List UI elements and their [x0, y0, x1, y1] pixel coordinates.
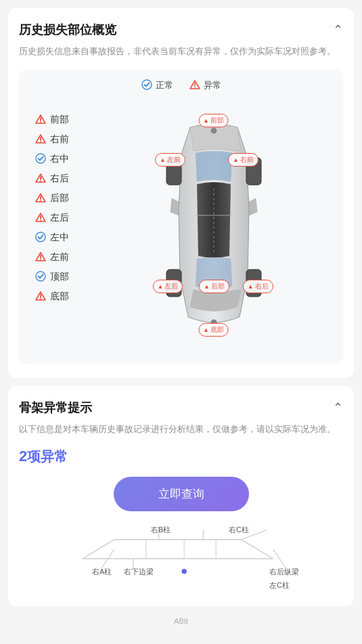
car-svg: ▲前部 ▲左前 ▲右前 ▲左后 ▲后部 ▲右后 [153, 114, 275, 344]
ok-icon [35, 153, 46, 166]
damage-list-item: 前部 [35, 114, 89, 127]
damage-list-item: 左后 [35, 212, 89, 225]
svg-point-27 [40, 298, 41, 299]
frame-label-right-b-pillar: 右B柱 [151, 525, 171, 535]
svg-point-6 [40, 121, 41, 123]
section2-desc: 以下信息是对本车辆历史事故记录进行分析结果，仅做参考，请以实际车况为准。 [19, 423, 343, 437]
frame-label-right-a-pillar: 右A柱 [92, 567, 112, 577]
svg-point-3 [194, 87, 196, 88]
warning-icon [35, 192, 46, 205]
warning-icon [35, 133, 46, 146]
damage-item-label: 右前 [50, 133, 69, 146]
damage-item-label: 前部 [50, 114, 69, 126]
warning-icon-legend [189, 79, 200, 92]
damage-item-label: 顶部 [50, 271, 69, 283]
warning-icon [35, 114, 46, 127]
car-badge-rear: ▲后部 [199, 280, 229, 293]
svg-point-23 [40, 259, 41, 260]
svg-point-9 [40, 141, 41, 142]
damage-list-item: 后部 [35, 192, 89, 205]
damage-item-label: 右后 [50, 173, 69, 185]
car-image-area: ▲前部 ▲左前 ▲右前 ▲左后 ▲后部 ▲右后 [100, 114, 327, 344]
damage-list-item: 左前 [35, 251, 89, 264]
svg-line-49 [273, 549, 286, 568]
damage-item-label: 左前 [50, 251, 69, 263]
car-badge-left-front: ▲左前 [155, 153, 185, 167]
damage-list-item: 底部 [35, 291, 89, 303]
legend-abnormal: 异常 [189, 79, 221, 92]
section1-desc: 历史损失信息来自事故报告，非代表当前车况有异常，仅作为实际车况对照参考。 [19, 45, 343, 59]
damage-list: 前部右前右中右后后部左后左中左前顶部底部 [35, 114, 89, 344]
section1-collapse-icon[interactable]: ⌃ [333, 22, 343, 37]
abnormal-label: 项异常 [27, 449, 68, 464]
svg-line-39 [242, 539, 273, 558]
frame-label-left-c-pillar: 左C柱 [269, 580, 290, 591]
car-badge-left-rear: ▲左后 [153, 280, 183, 293]
damage-list-item: 右后 [35, 173, 89, 186]
car-badge-right-rear: ▲右后 [243, 280, 273, 293]
warning-icon [35, 212, 46, 225]
warning-icon [35, 291, 46, 303]
section2-title: 骨架异常提示 [19, 400, 92, 416]
abnormal-number: 2 [19, 448, 27, 465]
car-badge-front: ▲前部 [198, 114, 229, 127]
ok-icon [35, 271, 46, 284]
skeleton-section-card: 骨架异常提示 ⌃ 以下信息是对本车辆历史事故记录进行分析结果，仅做参考，请以实际… [8, 386, 354, 606]
section1-title: 历史损失部位概览 [19, 22, 116, 38]
svg-point-13 [40, 180, 41, 181]
damage-list-item: 右前 [35, 133, 89, 146]
svg-point-16 [40, 200, 41, 201]
damage-item-label: 左中 [50, 232, 69, 244]
damage-list-item: 右中 [35, 153, 89, 166]
normal-icon [141, 79, 152, 92]
damage-item-label: 底部 [50, 291, 69, 303]
svg-point-19 [40, 219, 41, 221]
query-button[interactable]: 立即查询 [114, 477, 249, 511]
frame-diagram: 右下边梁 右C柱 右A柱 右B柱 右后纵梁 左C柱 [19, 525, 343, 593]
damage-list-item: 左中 [35, 232, 89, 244]
car-diagram-wrapper: 前部右前右中右后后部左后左中左前顶部底部 [27, 103, 335, 355]
damage-item-label: 右中 [50, 153, 69, 165]
legend-normal: 正常 [141, 79, 173, 92]
frame-label-right-bottom-beam: 右下边梁 [124, 567, 154, 577]
bottom-bar: ABIt [0, 614, 362, 628]
section2-header: 骨架异常提示 ⌃ [19, 400, 343, 416]
svg-point-43 [181, 569, 187, 574]
damage-item-label: 后部 [50, 192, 69, 205]
section2-collapse-icon[interactable]: ⌃ [333, 400, 343, 415]
legend-row: 正常 异常 [27, 79, 335, 92]
abnormal-count-row: 2项异常 [19, 448, 343, 466]
warning-icon [35, 251, 46, 264]
frame-label-right-c-pillar: 右C柱 [229, 525, 249, 535]
car-badge-right-front: ▲右前 [228, 153, 258, 167]
section1-header: 历史损失部位概览 ⌃ [19, 22, 343, 38]
svg-point-34 [211, 128, 217, 133]
damage-overview-card: 历史损失部位概览 ⌃ 历史损失信息来自事故报告，非代表当前车况有异常，仅作为实际… [8, 8, 354, 378]
car-badge-bottom: ▲底部 [198, 323, 229, 337]
damage-item-label: 左后 [50, 212, 69, 224]
bottom-text: ABIt [174, 617, 188, 625]
ok-icon [35, 232, 46, 244]
damage-list-item: 顶部 [35, 271, 89, 284]
frame-label-right-rear-beam: 右后纵梁 [269, 567, 299, 577]
warning-icon [35, 173, 46, 186]
